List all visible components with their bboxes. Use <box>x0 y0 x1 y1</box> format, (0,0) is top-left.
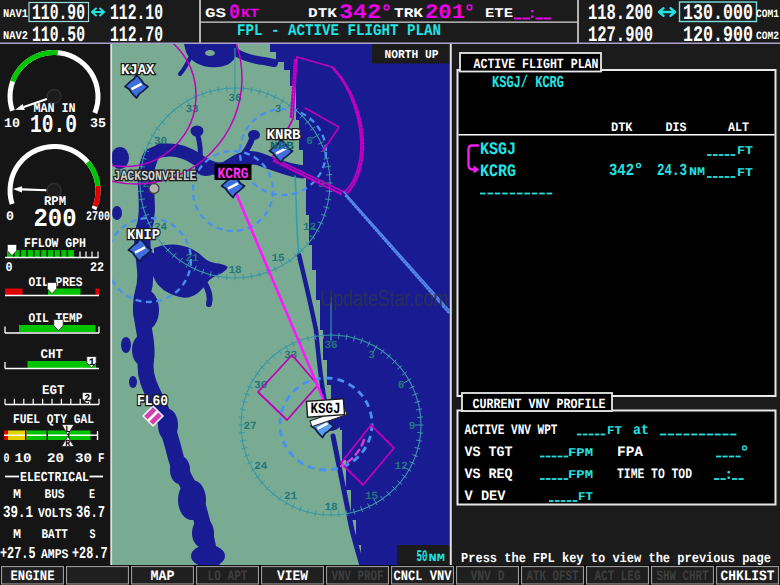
svg-text:JACKSONVILLE: JACKSONVILLE <box>114 169 197 185</box>
svg-text:FUEL QTY GAL: FUEL QTY GAL <box>13 412 94 427</box>
svg-text:NM: NM <box>689 165 705 179</box>
svg-text:ATK OFST: ATK OFST <box>527 569 579 585</box>
svg-text:M: M <box>13 487 21 502</box>
svg-text:CHKLIST: CHKLIST <box>721 569 775 585</box>
svg-text:10.0: 10.0 <box>30 111 77 140</box>
svg-text:0: 0 <box>6 260 13 275</box>
svg-text:ACTIVE VNV WPT: ACTIVE VNV WPT <box>465 423 558 439</box>
svg-text:VIEW: VIEW <box>277 569 308 585</box>
svg-text:15: 15 <box>365 491 379 503</box>
svg-text:+28.7: +28.7 <box>72 545 108 564</box>
svg-text:0: 0 <box>4 451 10 466</box>
svg-text:VOLTS: VOLTS <box>38 506 72 521</box>
svg-text:ENGINE: ENGINE <box>11 569 55 585</box>
svg-text:ALT: ALT <box>728 120 749 135</box>
svg-text:20: 20 <box>47 451 64 466</box>
svg-text:Press the FPL key to view the: Press the FPL key to view the previous p… <box>461 552 771 567</box>
svg-text:10: 10 <box>4 116 20 131</box>
svg-text:S: S <box>90 527 96 542</box>
svg-text:FT: FT <box>737 166 753 180</box>
svg-text:KCRG: KCRG <box>480 162 516 182</box>
svg-text:+27.5: +27.5 <box>0 545 36 564</box>
svg-text:LO APT: LO APT <box>208 569 248 585</box>
svg-text:CHT: CHT <box>41 347 64 362</box>
svg-text:VNV PROF: VNV PROF <box>332 569 384 585</box>
svg-text:39.1: 39.1 <box>3 504 33 523</box>
svg-text:KJAX: KJAX <box>121 63 155 79</box>
svg-text:35: 35 <box>90 116 106 131</box>
svg-text:VS REQ: VS REQ <box>465 467 513 483</box>
svg-text:50: 50 <box>417 548 428 566</box>
svg-text:DTK: DTK <box>308 6 337 21</box>
svg-text:ACTIVE FLIGHT PLAN: ACTIVE FLIGHT PLAN <box>474 57 599 73</box>
svg-text:FPM: FPM <box>568 446 593 460</box>
svg-text:18: 18 <box>228 265 242 277</box>
svg-text:BATT: BATT <box>42 527 69 542</box>
svg-text:18: 18 <box>324 502 338 514</box>
svg-text:TRK: TRK <box>394 6 423 21</box>
svg-text:FT: FT <box>737 144 753 158</box>
svg-text:2: 2 <box>84 393 90 405</box>
svg-text:9: 9 <box>409 421 416 433</box>
svg-text:DTK: DTK <box>611 120 633 135</box>
svg-text:CURRENT VNV PROFILE: CURRENT VNV PROFILE <box>473 397 606 413</box>
svg-text:0: 0 <box>6 209 14 224</box>
svg-text:6: 6 <box>306 136 313 148</box>
svg-text:FPA: FPA <box>617 445 643 461</box>
svg-text:NAV1: NAV1 <box>3 7 28 21</box>
svg-text:27: 27 <box>243 421 256 433</box>
svg-text:GS: GS <box>205 6 226 21</box>
svg-text:E: E <box>89 487 95 502</box>
svg-text:NAV2: NAV2 <box>3 29 28 43</box>
svg-text:DIS: DIS <box>666 120 687 135</box>
svg-text:12: 12 <box>303 222 316 234</box>
svg-text:15: 15 <box>271 253 285 265</box>
svg-text:21: 21 <box>284 491 298 503</box>
svg-text:FPL - ACTIVE FLIGHT PLAN: FPL - ACTIVE FLIGHT PLAN <box>237 22 441 40</box>
svg-text:BUS: BUS <box>45 487 65 502</box>
svg-text:21: 21 <box>185 253 199 265</box>
svg-text:36: 36 <box>324 340 337 352</box>
svg-text:KNIP: KNIP <box>127 228 160 244</box>
svg-text:33: 33 <box>185 104 199 116</box>
svg-text:KSGJ/ KCRG: KSGJ/ KCRG <box>492 74 564 93</box>
svg-text:NM: NM <box>429 553 446 565</box>
svg-text:VNV D: VNV D <box>471 569 505 585</box>
svg-text:342: 342 <box>609 162 634 181</box>
svg-text:FFLOW GPH: FFLOW GPH <box>24 236 86 251</box>
svg-text:36.7: 36.7 <box>76 504 105 523</box>
svg-text:VS TGT: VS TGT <box>465 445 513 461</box>
svg-text:24.3: 24.3 <box>657 162 687 181</box>
svg-text:KT: KT <box>241 7 260 21</box>
svg-text:ACT LEG: ACT LEG <box>595 569 641 585</box>
svg-text:TIME TO TOD: TIME TO TOD <box>617 467 692 483</box>
svg-text:M: M <box>13 527 21 542</box>
svg-text:FPM: FPM <box>568 468 593 482</box>
svg-text:SHW CHRT: SHW CHRT <box>657 569 709 585</box>
svg-text:12: 12 <box>395 461 408 473</box>
svg-text:22: 22 <box>90 260 104 275</box>
svg-text:NRB: NRB <box>270 141 294 153</box>
svg-text:UpdateStar.com: UpdateStar.com <box>320 285 448 311</box>
svg-text:COM1: COM1 <box>756 9 779 21</box>
svg-text:2700: 2700 <box>86 209 110 224</box>
svg-text:KCRG: KCRG <box>218 165 249 183</box>
svg-text:KSGJ: KSGJ <box>480 140 516 160</box>
svg-text:NORTH UP: NORTH UP <box>385 48 439 62</box>
svg-text:EGT: EGT <box>42 383 65 398</box>
svg-text:30: 30 <box>75 451 92 466</box>
svg-text:30: 30 <box>154 136 167 148</box>
svg-text:COM2: COM2 <box>756 31 779 43</box>
svg-text:CNCL VNV: CNCL VNV <box>394 569 452 585</box>
svg-text:1: 1 <box>89 357 95 369</box>
svg-text:FT: FT <box>607 424 622 438</box>
svg-text:AMPS: AMPS <box>41 547 69 562</box>
svg-text:FT: FT <box>578 490 593 504</box>
svg-text:R: R <box>65 438 70 449</box>
svg-text:at: at <box>633 423 649 439</box>
svg-text:ETE: ETE <box>485 6 513 21</box>
svg-text:10: 10 <box>15 451 32 466</box>
svg-text:ELECTRICAL: ELECTRICAL <box>20 471 89 486</box>
svg-text:24: 24 <box>254 461 268 473</box>
svg-text:KSGJ: KSGJ <box>311 400 341 418</box>
